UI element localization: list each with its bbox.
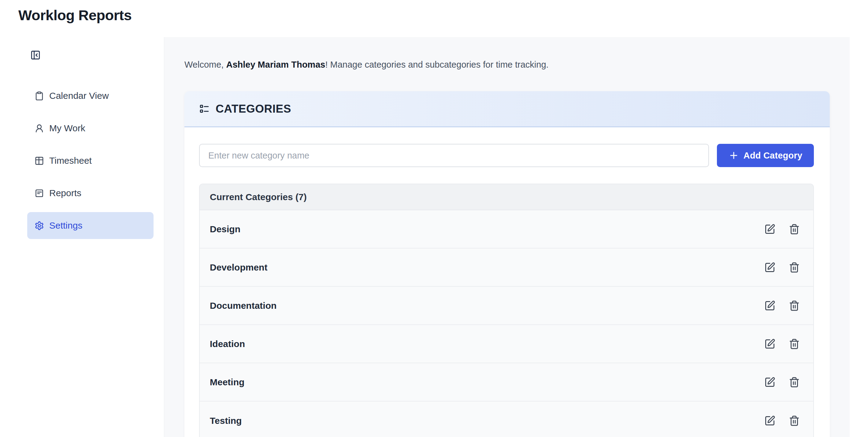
category-row: Design: [200, 210, 813, 249]
edit-icon: [764, 224, 775, 235]
trash-icon: [789, 415, 800, 426]
row-actions: [764, 262, 800, 273]
delete-category-button[interactable]: [789, 339, 800, 349]
sidebar-item-timesheet[interactable]: Timesheet: [27, 147, 154, 174]
user-icon: [35, 124, 44, 133]
plus-icon: [728, 150, 739, 161]
add-category-row: Add Category: [199, 144, 814, 167]
category-name: Development: [210, 262, 267, 273]
categories-list: Current Categories (7) Design: [199, 184, 814, 437]
category-row: Testing: [200, 402, 813, 437]
edit-category-button[interactable]: [764, 224, 775, 235]
edit-category-button[interactable]: [764, 300, 775, 311]
categories-list-header: Current Categories (7): [200, 184, 813, 210]
delete-category-button[interactable]: [789, 300, 800, 311]
edit-category-button[interactable]: [764, 262, 775, 273]
row-actions: [764, 415, 800, 426]
categories-card-body: Add Category Current Categories (7) Desi…: [184, 127, 830, 437]
sidebar-item-label: My Work: [49, 123, 85, 134]
sidebar: Calendar View My Work Timesheet: [0, 37, 164, 437]
trash-icon: [789, 377, 800, 388]
delete-category-button[interactable]: [789, 224, 800, 235]
categories-card-header: CATEGORIES: [184, 91, 830, 127]
welcome-suffix: ! Manage categories and subcategories fo…: [325, 60, 548, 69]
welcome-message: Welcome, Ashley Mariam Thomas! Manage ca…: [184, 59, 830, 70]
add-category-button[interactable]: Add Category: [717, 144, 814, 167]
row-actions: [764, 300, 800, 311]
category-name: Documentation: [210, 300, 277, 311]
sidebar-item-calendar-view[interactable]: Calendar View: [27, 82, 154, 109]
gear-icon: [35, 221, 44, 230]
table-icon: [35, 156, 44, 166]
row-actions: [764, 339, 800, 349]
report-note-icon: [35, 188, 44, 198]
delete-category-button[interactable]: [789, 262, 800, 273]
user-name: Ashley Mariam Thomas: [226, 60, 325, 69]
app-header: Worklog Reports: [0, 0, 868, 37]
trash-icon: [789, 262, 800, 273]
main-content: Welcome, Ashley Mariam Thomas! Manage ca…: [164, 37, 850, 437]
edit-icon: [764, 415, 775, 426]
category-name: Meeting: [210, 377, 244, 387]
category-row: Meeting: [200, 363, 813, 402]
sidebar-item-reports[interactable]: Reports: [27, 180, 154, 207]
sidebar-collapse-button[interactable]: [30, 50, 41, 60]
category-row: Development: [200, 249, 813, 287]
delete-category-button[interactable]: [789, 377, 800, 388]
trash-icon: [789, 339, 800, 349]
sidebar-item-label: Timesheet: [49, 155, 92, 166]
new-category-input[interactable]: [199, 144, 709, 167]
categories-card: CATEGORIES Add Category Current Categori…: [184, 91, 830, 437]
row-actions: [764, 224, 800, 235]
sidebar-nav: Calendar View My Work Timesheet: [0, 82, 164, 239]
edit-icon: [764, 262, 775, 273]
categories-count-label: Current Categories (7): [210, 192, 307, 202]
category-name: Ideation: [210, 339, 245, 349]
clipboard-icon: [35, 91, 44, 101]
trash-icon: [789, 224, 800, 235]
welcome-prefix: Welcome,: [184, 60, 226, 69]
edit-icon: [764, 377, 775, 388]
row-actions: [764, 377, 800, 388]
category-row: Documentation: [200, 287, 813, 325]
sidebar-item-my-work[interactable]: My Work: [27, 115, 154, 142]
trash-icon: [789, 300, 800, 311]
delete-category-button[interactable]: [789, 415, 800, 426]
sidebar-item-label: Settings: [49, 220, 82, 231]
layout: Calendar View My Work Timesheet: [0, 37, 868, 437]
page-title: Worklog Reports: [18, 7, 868, 24]
category-row: Ideation: [200, 325, 813, 363]
edit-category-button[interactable]: [764, 339, 775, 349]
sidebar-item-label: Reports: [49, 188, 81, 198]
edit-icon: [764, 300, 775, 311]
edit-category-button[interactable]: [764, 377, 775, 388]
sidebar-item-label: Calendar View: [49, 91, 109, 101]
category-name: Design: [210, 224, 240, 234]
list-squares-icon: [199, 104, 210, 114]
edit-category-button[interactable]: [764, 415, 775, 426]
panel-left-close-icon: [30, 50, 41, 60]
add-category-label: Add Category: [744, 151, 803, 161]
categories-title: CATEGORIES: [216, 103, 291, 115]
edit-icon: [764, 339, 775, 349]
sidebar-item-settings[interactable]: Settings: [27, 212, 154, 239]
category-name: Testing: [210, 415, 242, 426]
